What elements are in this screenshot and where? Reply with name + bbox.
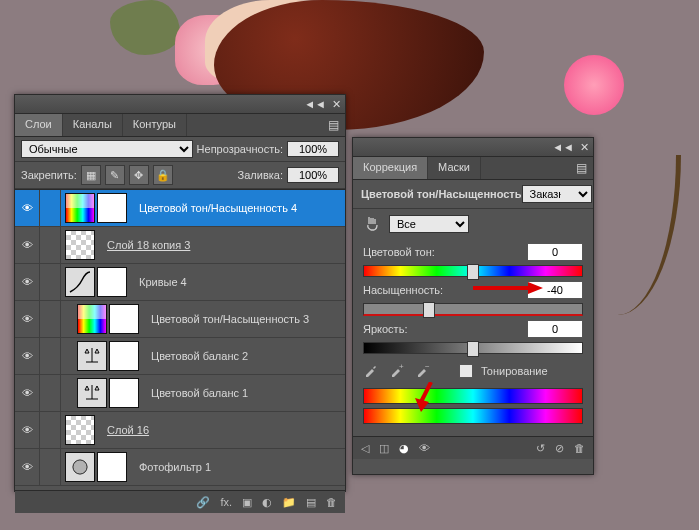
layer-mask-thumbnail[interactable] [97, 193, 127, 223]
layer-name[interactable]: Цветовой баланс 2 [143, 350, 345, 362]
layer-thumbnail[interactable] [65, 230, 95, 260]
layer-mask-thumbnail[interactable] [97, 452, 127, 482]
layers-panel: ◄◄ ✕ Слои Каналы Контуры ▤ Обычные Непро… [14, 94, 346, 492]
fx-icon[interactable]: fx. [220, 496, 232, 508]
group-icon[interactable]: 📁 [282, 496, 296, 509]
tab-layers[interactable]: Слои [15, 114, 63, 136]
link-layers-icon[interactable]: 🔗 [196, 496, 210, 509]
eyedropper-plus-icon[interactable]: + [389, 362, 407, 380]
layer-thumbnail[interactable] [65, 452, 95, 482]
clip-icon[interactable]: ◕ [399, 442, 409, 455]
trash-icon[interactable]: 🗑 [326, 496, 337, 508]
tab-channels[interactable]: Каналы [63, 114, 123, 136]
layer-name[interactable]: Слой 18 копия 3 [99, 239, 345, 251]
sat-slider-track[interactable] [363, 303, 583, 316]
tab-correction[interactable]: Коррекция [353, 157, 428, 179]
lock-label: Закрепить: [21, 169, 77, 181]
tab-masks[interactable]: Маски [428, 157, 481, 179]
hue-slider-track[interactable] [363, 265, 583, 277]
previous-state-icon[interactable]: ↺ [536, 442, 545, 455]
layer-row[interactable]: 👁Цветовой тон/Насыщенность 3 [15, 301, 345, 338]
lightness-slider-handle[interactable] [467, 341, 479, 357]
fill-input[interactable] [287, 167, 339, 183]
close-icon[interactable]: ✕ [332, 98, 341, 111]
link-column [40, 338, 61, 374]
adjust-tabs: Коррекция Маски ▤ [353, 157, 593, 180]
eyedropper-minus-icon[interactable]: − [415, 362, 433, 380]
hue-input[interactable] [527, 243, 583, 261]
sat-input[interactable] [527, 281, 583, 299]
lock-all-icon[interactable]: 🔒 [153, 165, 173, 185]
layer-mask-thumbnail[interactable] [97, 267, 127, 297]
layer-name[interactable]: Цветовой баланс 1 [143, 387, 345, 399]
tab-paths[interactable]: Контуры [123, 114, 187, 136]
layer-mask-thumbnail[interactable] [109, 304, 139, 334]
visibility-toggle-icon[interactable]: 👁 [15, 449, 40, 485]
lightness-label: Яркость: [363, 323, 407, 335]
layer-mask-thumbnail[interactable] [109, 341, 139, 371]
layer-row[interactable]: 👁Слой 16 [15, 412, 345, 449]
layer-thumbnail[interactable] [77, 378, 107, 408]
layer-thumbnail[interactable] [65, 267, 95, 297]
channel-select[interactable]: Все [389, 215, 469, 233]
layer-thumbnail[interactable] [77, 304, 107, 334]
layer-name[interactable]: Фотофильтр 1 [131, 461, 345, 473]
collapse-icon[interactable]: ◄◄ [304, 98, 326, 110]
blend-mode-select[interactable]: Обычные [21, 140, 193, 158]
visibility-toggle-icon[interactable]: 👁 [15, 375, 40, 411]
visibility-toggle-icon[interactable]: 👁 [15, 264, 40, 300]
lightness-input[interactable] [527, 320, 583, 338]
targeted-adjust-icon[interactable] [363, 215, 381, 233]
layer-mask-thumbnail[interactable] [109, 378, 139, 408]
close-icon[interactable]: ✕ [580, 141, 589, 154]
layers-panel-header[interactable]: ◄◄ ✕ [15, 95, 345, 114]
expand-icon[interactable]: ◫ [379, 442, 389, 455]
adjust-panel-header[interactable]: ◄◄ ✕ [353, 138, 593, 157]
lightness-slider-track[interactable] [363, 342, 583, 354]
lock-image-icon[interactable]: ✎ [105, 165, 125, 185]
layer-row[interactable]: 👁Цветовой баланс 1 [15, 375, 345, 412]
layer-thumbnail[interactable] [77, 341, 107, 371]
svg-point-5 [73, 460, 87, 474]
visibility-toggle-icon[interactable]: 👁 [15, 190, 40, 226]
visibility-toggle-icon[interactable]: 👁 [15, 412, 40, 448]
layer-row[interactable]: 👁Кривые 4 [15, 264, 345, 301]
back-icon[interactable]: ◁ [361, 442, 369, 455]
link-column [40, 375, 61, 411]
lock-transparent-icon[interactable]: ▦ [81, 165, 101, 185]
panel-menu-icon[interactable]: ▤ [570, 157, 593, 179]
layer-row[interactable]: 👁Цветовой баланс 2 [15, 338, 345, 375]
layer-row[interactable]: 👁Цветовой тон/Насыщенность 4 [15, 190, 345, 227]
new-layer-icon[interactable]: ▤ [306, 496, 316, 509]
layer-name[interactable]: Цветовой тон/Насыщенность 3 [143, 313, 345, 325]
eyedropper-icon[interactable] [363, 362, 381, 380]
layer-name[interactable]: Слой 16 [99, 424, 345, 436]
link-column [40, 301, 61, 337]
layer-thumbnail[interactable] [65, 193, 95, 223]
visibility-toggle-icon[interactable]: 👁 [15, 301, 40, 337]
panel-menu-icon[interactable]: ▤ [322, 114, 345, 136]
layer-thumbnail[interactable] [65, 415, 95, 445]
lock-position-icon[interactable]: ✥ [129, 165, 149, 185]
add-mask-icon[interactable]: ▣ [242, 496, 252, 509]
link-column [40, 449, 61, 485]
adjustments-panel: ◄◄ ✕ Коррекция Маски ▤ Цветовой тон/Насы… [352, 137, 594, 475]
collapse-icon[interactable]: ◄◄ [552, 141, 574, 153]
visibility-icon[interactable]: 👁 [419, 442, 430, 455]
preset-select[interactable]: Заказная [522, 185, 592, 203]
visibility-toggle-icon[interactable]: 👁 [15, 227, 40, 263]
opacity-input[interactable] [287, 141, 339, 157]
trash-icon[interactable]: 🗑 [574, 442, 585, 455]
sat-slider-handle[interactable] [423, 302, 435, 318]
reset-icon[interactable]: ⊘ [555, 442, 564, 455]
visibility-toggle-icon[interactable]: 👁 [15, 338, 40, 374]
blend-opacity-row: Обычные Непрозрачность: [15, 137, 345, 161]
layer-name[interactable]: Цветовой тон/Насыщенность 4 [131, 202, 345, 214]
hue-label: Цветовой тон: [363, 246, 435, 258]
adjustment-layer-icon[interactable]: ◐ [262, 496, 272, 509]
layer-row[interactable]: 👁Фотофильтр 1 [15, 449, 345, 486]
layers-list[interactable]: 👁Цветовой тон/Насыщенность 4👁Слой 18 коп… [15, 189, 345, 490]
layer-row[interactable]: 👁Слой 18 копия 3 [15, 227, 345, 264]
colorize-checkbox[interactable] [459, 364, 473, 378]
layer-name[interactable]: Кривые 4 [131, 276, 345, 288]
